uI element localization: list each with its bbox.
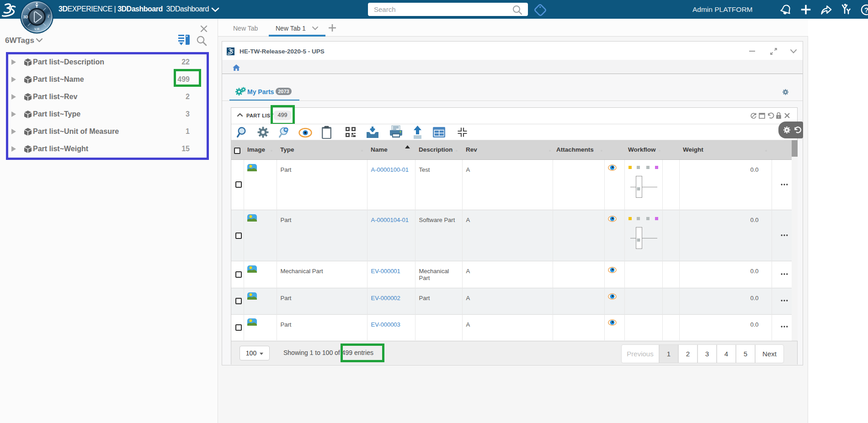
svg-text:?: ? — [864, 6, 868, 14]
svg-text:i´: i´ — [48, 14, 50, 19]
svg-text:V.R: V.R — [34, 27, 39, 31]
svg-text:3D: 3D — [23, 15, 28, 19]
